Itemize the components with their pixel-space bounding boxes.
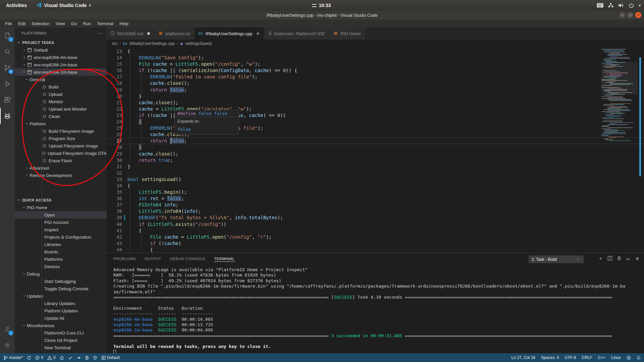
code-line-19[interactable]: 19 return false; xyxy=(107,87,644,93)
code-line-29[interactable]: 29 cache.close(); xyxy=(107,151,644,157)
panel-tab-terminal[interactable]: TERMINAL xyxy=(214,257,234,262)
close-panel-icon[interactable]: ✕ xyxy=(635,256,639,261)
status-ln-27-col-16[interactable]: Ln 27, Col 16 xyxy=(512,355,535,360)
tree-item-projects-configuration[interactable]: Projects & Configuration xyxy=(15,233,107,241)
tab-pio-home[interactable]: PIO Home xyxy=(329,27,365,40)
tab-platformio-ini[interactable]: platformio.ini xyxy=(154,27,195,40)
menu-file[interactable]: File xyxy=(2,21,15,26)
volume-icon[interactable] xyxy=(618,3,624,8)
terminal-task-dropdown[interactable]: 1: Task - Build › xyxy=(529,255,584,263)
tree-item-general[interactable]: ›General xyxy=(15,76,107,83)
clock[interactable]: 10:33 xyxy=(312,3,331,8)
tree-item-boards[interactable]: Boards xyxy=(15,248,107,255)
code-line-38[interactable]: 38 LittleFS.info64(info); xyxy=(107,208,644,215)
menu-view[interactable]: View xyxy=(53,21,68,26)
modified-dot-icon[interactable] xyxy=(147,32,150,35)
tree-item-debug[interactable]: ›Debug xyxy=(15,270,107,278)
tree-item-default[interactable]: ›Default xyxy=(15,46,107,54)
tree-item-pio-home[interactable]: ›PIO Home xyxy=(15,204,107,211)
code-line-39[interactable]: 39 DEBUGF("fs total bytes = %llu\n", inf… xyxy=(107,215,644,221)
tree-item-build[interactable]: Build xyxy=(15,83,107,90)
tree-item-build-filesystem-image[interactable]: Build Filesystem Image xyxy=(15,127,107,135)
breadcrumb-item[interactable]: src xyxy=(112,41,118,46)
network-icon[interactable] xyxy=(608,3,613,8)
section-header-quick-access[interactable]: ›QUICK ACCESS xyxy=(15,196,107,204)
close-tab-icon[interactable]: ✕ xyxy=(256,31,260,36)
account-icon[interactable]: 1 xyxy=(0,321,15,337)
code-line-43[interactable]: 43 if (!cache) xyxy=(107,240,644,247)
section-header-project-tasks[interactable]: ›PROJECT TASKS xyxy=(15,39,107,46)
status-plug[interactable] xyxy=(93,356,97,360)
activities-button[interactable]: Activities xyxy=(0,3,33,8)
maximize-panel-icon[interactable] xyxy=(626,256,630,262)
code-line-14[interactable]: 14 DEBUGLN("Save Config"); xyxy=(107,55,644,61)
minimap[interactable] xyxy=(601,49,638,253)
search-icon[interactable] xyxy=(0,44,15,60)
tree-item-new-terminal[interactable]: New Terminal xyxy=(15,344,107,351)
status-arrow-right[interactable] xyxy=(76,356,81,360)
more-actions-icon[interactable]: ··· xyxy=(98,31,103,36)
code-line-21[interactable]: 21 cache.close(); xyxy=(107,100,644,106)
status-warning[interactable]: 0 xyxy=(47,355,56,360)
maximize-button[interactable]: □ xyxy=(627,12,633,18)
code-line-32[interactable]: 32 xyxy=(107,170,644,176)
tree-item-miscellaneous[interactable]: ›Miscellaneous xyxy=(15,322,107,329)
power-icon[interactable] xyxy=(629,3,634,8)
tree-item-start-debugging[interactable]: Start Debugging xyxy=(15,278,107,285)
tree-item-env-esp8266-4m-base[interactable]: ›env:esp8266-4m-base xyxy=(15,54,107,61)
run-debug-icon[interactable] xyxy=(0,76,15,92)
status-crlf[interactable]: CRLF xyxy=(582,355,592,360)
status-check[interactable] xyxy=(68,356,72,360)
status-home[interactable] xyxy=(60,356,64,360)
tree-item-erase-flash[interactable]: Erase Flash xyxy=(15,157,107,164)
code-line-17[interactable]: 17 ERRORLN("Failed to save config file")… xyxy=(107,74,644,80)
tree-item-clone-git-project[interactable]: Clone Git Project xyxy=(15,337,107,344)
extensions-icon[interactable] xyxy=(0,92,15,108)
tree-item-update-all[interactable]: Update All xyxy=(15,314,107,322)
tree-item-libraries[interactable]: Libraries xyxy=(15,241,107,248)
menu-terminal[interactable]: Terminal xyxy=(94,21,116,26)
menu-edit[interactable]: Edit xyxy=(15,21,29,26)
panel-tab-debug-console[interactable]: DEBUG CONSOLE xyxy=(170,257,206,261)
status-branch[interactable]: master* xyxy=(3,355,23,360)
keyboard-icon[interactable] xyxy=(597,3,603,8)
tree-item-upload-filesystem-image[interactable]: Upload Filesystem Image xyxy=(15,142,107,149)
scrollbar-indicator[interactable] xyxy=(639,57,641,176)
status-bell[interactable] xyxy=(637,356,641,360)
tree-item-library-updates[interactable]: Library Updates xyxy=(15,300,107,307)
code-editor[interactable]: 13{14 DEBUGLN("Save Config");15 File cac… xyxy=(107,48,644,253)
breadcrumb-item[interactable]: IRbabyUserSettings.cpp xyxy=(129,41,175,46)
status-linux[interactable]: Linux xyxy=(611,355,621,360)
tree-item-advanced[interactable]: ›Advanced xyxy=(15,164,107,172)
explorer-icon[interactable]: 1 xyxy=(0,27,15,44)
status-utf-8[interactable]: UTF-8 xyxy=(565,355,576,360)
tree-item-inspect[interactable]: Inspect xyxy=(15,226,107,233)
code-line-42[interactable]: 42 File cache = LittleFS.open("/config",… xyxy=(107,234,644,240)
panel-tab-problems[interactable]: PROBLEMS xyxy=(113,257,136,261)
tree-item-platform[interactable]: ›Platform xyxy=(15,120,107,127)
code-line-44[interactable]: 44 { xyxy=(107,247,644,253)
code-line-41[interactable]: 41 { xyxy=(107,228,644,234)
tree-item-platform-updates[interactable]: Platform Updates xyxy=(15,307,107,314)
code-line-28[interactable]: 28 } xyxy=(107,144,644,150)
code-line-35[interactable]: 35 LittleFS.begin(); xyxy=(107,189,644,195)
panel-tab-output[interactable]: OUTPUT xyxy=(145,257,161,261)
tree-item-upload[interactable]: Upload xyxy=(15,90,107,98)
code-line-27[interactable]: 27 return false; xyxy=(107,138,644,144)
source-control-icon[interactable]: 9 xyxy=(0,60,15,76)
tree-item-updates[interactable]: ›Updates xyxy=(15,292,107,300)
code-line-40[interactable]: 40 if (LittleFS.exists("/config")) xyxy=(107,221,644,228)
menu-go[interactable]: Go xyxy=(68,21,80,26)
status-trash[interactable] xyxy=(85,356,89,360)
code-line-36[interactable]: 36 int ret = false; xyxy=(107,195,644,202)
tree-item-program-size[interactable]: Program Size xyxy=(15,135,107,142)
platformio-icon[interactable] xyxy=(0,108,15,124)
code-line-34[interactable]: 34{ xyxy=(107,183,644,189)
code-line-31[interactable]: 31} xyxy=(107,164,644,170)
tab-irbabyusersettings-cpp[interactable]: C+IRbabyUserSettings.cpp✕ xyxy=(195,27,264,40)
split-terminal-icon[interactable] xyxy=(608,256,612,262)
code-line-20[interactable]: 20 } xyxy=(107,93,644,100)
tree-item-upload-and-monitor[interactable]: Upload and Monitor xyxy=(15,105,107,113)
code-line-16[interactable]: 16 if (!cache || (serializeJson(ConfigDa… xyxy=(107,67,644,74)
code-line-15[interactable]: 15 File cache = LittleFS.open("/config",… xyxy=(107,61,644,67)
